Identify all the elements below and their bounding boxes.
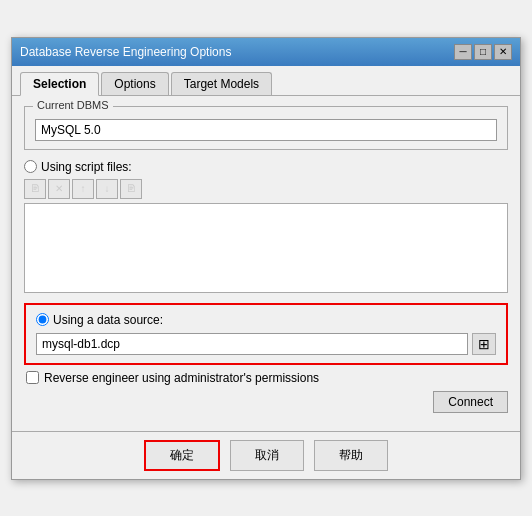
main-window: Database Reverse Engineering Options ─ □… bbox=[11, 37, 521, 480]
close-button[interactable]: ✕ bbox=[494, 44, 512, 60]
current-dbms-label: Current DBMS bbox=[33, 99, 113, 111]
cancel-button[interactable]: 取消 bbox=[230, 440, 304, 471]
add-script-button[interactable]: 🖹 bbox=[24, 179, 46, 199]
edit-script-icon: 🖹 bbox=[126, 183, 136, 194]
bottom-bar: 确定 取消 帮助 bbox=[12, 431, 520, 479]
move-up-button[interactable]: ↑ bbox=[72, 179, 94, 199]
window-title: Database Reverse Engineering Options bbox=[20, 45, 231, 59]
script-files-label: Using script files: bbox=[41, 160, 132, 174]
data-source-label: Using a data source: bbox=[53, 313, 163, 327]
move-down-icon: ↓ bbox=[105, 183, 110, 194]
connect-button[interactable]: Connect bbox=[433, 391, 508, 413]
tab-options[interactable]: Options bbox=[101, 72, 168, 95]
move-up-icon: ↑ bbox=[81, 183, 86, 194]
browse-icon: ⊞ bbox=[478, 336, 490, 352]
maximize-button[interactable]: □ bbox=[474, 44, 492, 60]
tab-target-models[interactable]: Target Models bbox=[171, 72, 272, 95]
add-script-icon: 🖹 bbox=[30, 183, 40, 194]
data-source-radio-row: Using a data source: bbox=[36, 313, 496, 327]
browse-button[interactable]: ⊞ bbox=[472, 333, 496, 355]
remove-script-icon: ✕ bbox=[55, 183, 63, 194]
connect-row: Connect bbox=[24, 391, 508, 413]
tab-selection[interactable]: Selection bbox=[20, 72, 99, 96]
tab-content: Current DBMS Using script files: 🖹 ✕ ↑ ↓… bbox=[12, 96, 520, 431]
minimize-button[interactable]: ─ bbox=[454, 44, 472, 60]
data-source-radio[interactable] bbox=[36, 313, 49, 326]
script-list[interactable] bbox=[24, 203, 508, 293]
move-down-button[interactable]: ↓ bbox=[96, 179, 118, 199]
window-controls: ─ □ ✕ bbox=[454, 44, 512, 60]
tab-bar: Selection Options Target Models bbox=[12, 66, 520, 96]
current-dbms-group: Current DBMS bbox=[24, 106, 508, 150]
script-files-radio-row: Using script files: bbox=[24, 160, 508, 174]
datasource-input[interactable] bbox=[36, 333, 468, 355]
datasource-input-row: ⊞ bbox=[36, 333, 496, 355]
help-button[interactable]: 帮助 bbox=[314, 440, 388, 471]
ok-button[interactable]: 确定 bbox=[144, 440, 220, 471]
edit-script-button[interactable]: 🖹 bbox=[120, 179, 142, 199]
admin-permissions-row: Reverse engineer using administrator's p… bbox=[24, 371, 508, 385]
script-toolbar: 🖹 ✕ ↑ ↓ 🖹 bbox=[24, 179, 508, 199]
data-source-box: Using a data source: ⊞ bbox=[24, 303, 508, 365]
admin-permissions-checkbox[interactable] bbox=[26, 371, 39, 384]
dbms-input[interactable] bbox=[35, 119, 497, 141]
remove-script-button[interactable]: ✕ bbox=[48, 179, 70, 199]
admin-permissions-label: Reverse engineer using administrator's p… bbox=[44, 371, 319, 385]
script-files-radio[interactable] bbox=[24, 160, 37, 173]
title-bar: Database Reverse Engineering Options ─ □… bbox=[12, 38, 520, 66]
